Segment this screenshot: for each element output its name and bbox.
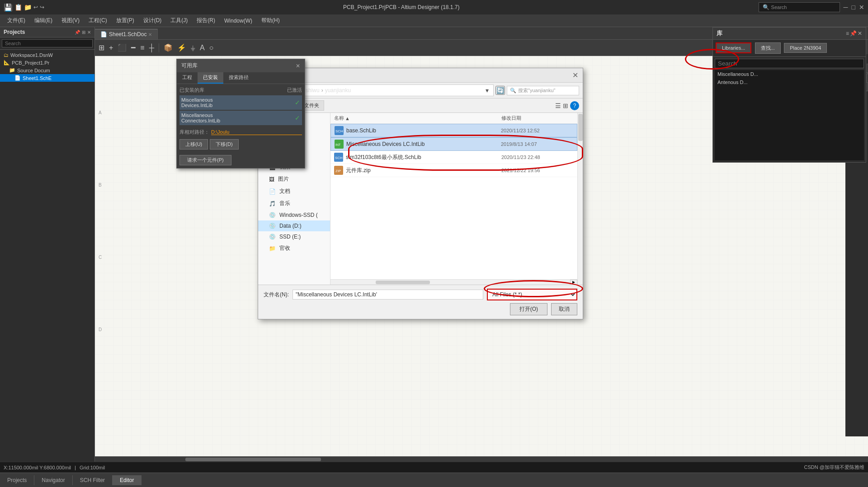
file-item-stm32[interactable]: SCH stm32f103c8t6最小系统.SchLib 2020/11/23 … — [330, 151, 577, 164]
redo-icon[interactable]: ↪ — [40, 4, 44, 10]
scroll-right-btn[interactable]: ▶ — [570, 280, 577, 285]
refresh-btn[interactable]: 🔄 — [495, 86, 505, 95]
sidebar-guan[interactable]: 📁 官收 — [258, 242, 330, 254]
sidebar-ssd-e[interactable]: 💿 SSD (E:) — [258, 231, 330, 242]
place-btn[interactable]: Place 2N3904 — [784, 43, 827, 53]
col-name-header[interactable]: 名称 ▲ — [334, 115, 501, 122]
h-scrollbar[interactable] — [95, 456, 868, 462]
comp-btn[interactable]: 📦 — [162, 42, 175, 53]
panel-pin-btn[interactable]: 📌 — [75, 30, 80, 35]
menu-report[interactable]: 报告(R) — [193, 16, 219, 25]
h-scrollbar-thumb[interactable] — [185, 458, 321, 461]
filter-btn[interactable]: ⊞ — [97, 42, 106, 53]
file-date-stm32: 2020/11/23 22:48 — [501, 155, 574, 160]
bottom-tab-navigator[interactable]: Navigator — [34, 475, 72, 485]
lib-list-item-miscellaneous[interactable]: Miscellaneous D... — [715, 70, 864, 78]
menu-edit[interactable]: 编辑(E) — [31, 16, 56, 25]
filetype-select[interactable]: All Files (*.*) — [487, 289, 577, 300]
lib-row-misc-devices[interactable]: MiscellaneousDevices.IntLib ✓ — [179, 95, 302, 110]
lib-list-item-antenous[interactable]: Antenous D... — [715, 78, 864, 86]
lib-row-misc-connectors[interactable]: MiscellaneousConnectors.IntLib ✓ — [179, 111, 302, 125]
menu-help[interactable]: 帮助(H) — [258, 16, 283, 25]
panel-close-btn[interactable]: ✕ — [87, 30, 91, 35]
sidebar-docs[interactable]: 📄 文档 — [258, 185, 330, 197]
add-btn[interactable]: + — [107, 43, 115, 53]
menu-window[interactable]: Window(W) — [221, 17, 256, 25]
menu-file[interactable]: 文件(E) — [4, 16, 29, 25]
menu-tools[interactable]: 工具(J) — [167, 16, 191, 25]
avail-tab-searchpath[interactable]: 搜索路径 — [223, 72, 254, 84]
tree-item-workspace[interactable]: 🗂 Workspace1.DsnW — [0, 52, 94, 59]
wire-btn[interactable]: ━ — [129, 42, 137, 53]
menu-view[interactable]: 视图(V) — [58, 16, 83, 25]
svg-text:INT: INT — [335, 143, 341, 146]
nav-search-box[interactable]: 🔍 搜索"yuanjianku" — [507, 86, 579, 95]
breadcrumb-area[interactable]: 📁 shiwu › yuanjianku ▾ — [294, 84, 494, 96]
file-item-misc-devices-lc[interactable]: INT Miscellaneous Devices LC.IntLib 2019… — [330, 137, 577, 151]
doc-tab-sheet1[interactable]: 📄 Sheet1.SchDoc ✕ — [95, 29, 158, 39]
file-item-base-schlib[interactable]: SCH base.SchLib 2020/11/23 12:52 — [330, 124, 577, 137]
sidebar-windows-ssd[interactable]: 💿 Windows-SSD ( — [258, 210, 330, 220]
power-btn[interactable]: ⚡ — [175, 42, 188, 53]
avail-tab-installed[interactable]: 已安装 — [198, 72, 223, 84]
save-icon[interactable]: 💾 — [4, 3, 13, 12]
file-item-yuanjianku-zip[interactable]: ZIP 元件库.zip 2021/12/22 19:56 — [330, 164, 577, 177]
request-component-btn[interactable]: 请求一个元件(P) — [179, 155, 231, 165]
sidebar-pictures[interactable]: 🖼 图片 — [258, 173, 330, 185]
text-btn[interactable]: A — [198, 43, 207, 53]
breadcrumb-text: shiwu — [306, 87, 320, 94]
avail-tab-project[interactable]: 工程 — [177, 72, 198, 84]
file-h-scrollbar[interactable]: ▶ — [330, 279, 577, 285]
doc-tab-close[interactable]: ✕ — [148, 32, 152, 37]
select-btn[interactable]: ⬛ — [116, 42, 128, 53]
bottom-tab-projects[interactable]: Projects — [0, 475, 34, 485]
file-open-btn[interactable]: 打开(O) — [510, 303, 547, 315]
breadcrumb-sub: yuanjianku — [325, 87, 351, 94]
file-content: 💻 此电脑 📁 3D 对象 🖥 Desktop ⬇ Downloads 🎬 视频… — [258, 113, 583, 285]
project-search-input[interactable] — [2, 39, 93, 47]
circle-btn[interactable]: ○ — [208, 43, 216, 53]
menu-place[interactable]: 放置(P) — [113, 16, 138, 25]
minimize-btn[interactable]: ─ — [844, 4, 848, 11]
move-down-btn[interactable]: 下移(D) — [210, 139, 238, 150]
junction-btn[interactable]: ┼ — [147, 43, 156, 53]
close-btn[interactable]: ✕ — [859, 4, 864, 11]
move-up-btn[interactable]: 上移(U) — [179, 139, 208, 150]
undo-icon[interactable]: ↩ — [33, 4, 38, 10]
avail-close-btn[interactable]: ✕ — [296, 63, 300, 69]
search-lib-btn[interactable]: 查找... — [755, 42, 781, 54]
col-date-header[interactable]: 修改日期 — [501, 115, 574, 122]
tree-item-source[interactable]: 📁 Source Docum — [0, 66, 94, 74]
list-view-btn[interactable]: ☰ — [555, 102, 561, 109]
folder-icon-tb[interactable]: 📁 — [24, 4, 32, 11]
tree-item-sheet[interactable]: 📄 Sheet1.SchE — [0, 74, 94, 82]
file-v-scrollbar[interactable] — [577, 113, 583, 285]
file-v-scrollbar-thumb[interactable] — [578, 114, 583, 141]
libraries-btn[interactable]: Libraries... — [716, 42, 751, 53]
help-btn[interactable]: ? — [570, 101, 579, 110]
sidebar-music[interactable]: 🎵 音乐 — [258, 197, 330, 210]
filename-input[interactable] — [292, 290, 483, 300]
file-h-scrollbar-thumb[interactable] — [376, 281, 430, 284]
panel-float-btn[interactable]: ⊞ — [82, 30, 85, 35]
gnd-btn[interactable]: ⏚ — [189, 43, 197, 53]
lib-panel-close-btn[interactable]: ✕ — [858, 30, 862, 37]
file-cancel-btn[interactable]: 取消 — [551, 303, 577, 315]
copy-icon[interactable]: 📋 — [14, 4, 22, 11]
bus-btn[interactable]: ≡ — [138, 43, 146, 53]
menu-project[interactable]: 工程(C) — [85, 16, 111, 25]
file-dialog-close-btn[interactable]: ✕ — [572, 71, 578, 80]
lib-panel-pin-btn[interactable]: 📌 — [850, 30, 857, 37]
breadcrumb-dropdown[interactable]: ▾ — [484, 86, 491, 95]
bottom-tab-sch-filter[interactable]: SCH Filter — [73, 475, 113, 485]
lib-panel-menu-btn[interactable]: ≡ — [846, 30, 849, 37]
details-view-btn[interactable]: ⊞ — [563, 102, 568, 109]
maximize-btn[interactable]: □ — [852, 4, 855, 11]
lib-search-input[interactable] — [715, 59, 864, 68]
tree-item-pcb[interactable]: 📐 PCB_Project1.Pr — [0, 59, 94, 66]
menu-design[interactable]: 设计(D) — [140, 16, 165, 25]
bottom-tab-editor[interactable]: Editor — [113, 475, 142, 485]
sidebar-data-d[interactable]: 💿 Data (D:) — [258, 220, 330, 231]
file-date-zip: 2021/12/22 19:56 — [501, 168, 574, 173]
global-search-box[interactable]: 🔍 Search — [759, 2, 840, 12]
